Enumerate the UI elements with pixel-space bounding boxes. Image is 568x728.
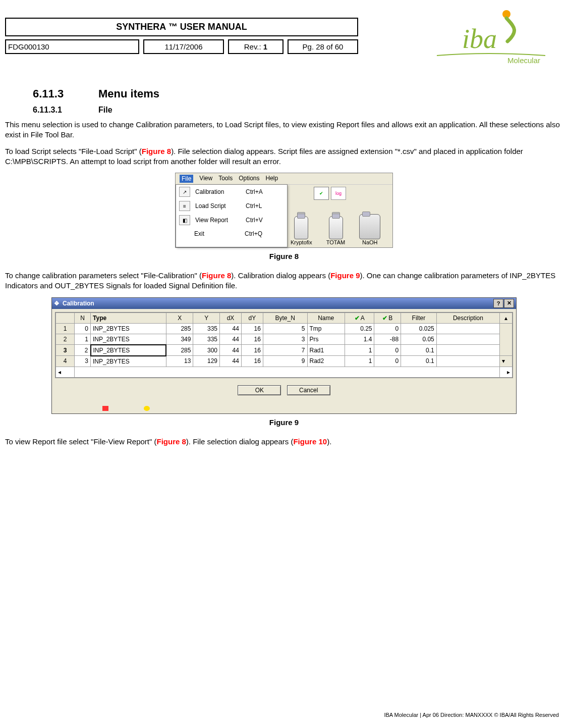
- table-row[interactable]: 32INP_2BYTES28530044167Rad1100.1: [56, 345, 513, 356]
- doc-title: SYNTHERA ™ USER MANUAL: [5, 18, 358, 36]
- close-button[interactable]: ✕: [504, 299, 514, 308]
- table-row[interactable]: 43INP_2BYTES1312944169Rad2100.1▾: [56, 356, 513, 367]
- calibration-icon: ↗: [179, 187, 190, 197]
- vial-naoh: NaOH: [359, 214, 380, 245]
- figure-8-caption: Figure 8: [5, 252, 563, 261]
- dialog-titlebar: ❖Calibration ? ✕: [52, 298, 516, 309]
- cancel-button[interactable]: Cancel: [287, 385, 330, 395]
- doc-id: FDG000130: [5, 39, 139, 54]
- paragraph-calibration: To change calibration parameters select …: [5, 271, 563, 291]
- doc-date: 11/17/2006: [143, 39, 224, 54]
- help-button[interactable]: ?: [493, 299, 503, 308]
- paragraph-load-script: To load Script selects "File-Load Script…: [5, 146, 563, 167]
- paragraph-view-report: To view Report file select "File-View Re…: [5, 437, 563, 447]
- figure-ref-9: Figure 9: [330, 271, 360, 280]
- scroll-up-icon[interactable]: ▴: [500, 313, 513, 323]
- subsection-heading: 6.11.3.1File: [33, 106, 563, 115]
- dialog-icon: ❖: [54, 300, 60, 307]
- menu-tools[interactable]: Tools: [218, 175, 233, 183]
- doc-page: Pg. 28 of 60: [288, 39, 358, 54]
- load-script-icon: ≡: [179, 201, 190, 211]
- logo: iba Molecular: [358, 5, 563, 67]
- table-row[interactable]: 10INP_2BYTES28533544165Tmp0.2500.025: [56, 323, 513, 334]
- toolbar-icons: ✔ log: [291, 187, 389, 200]
- menu-view[interactable]: View: [199, 175, 212, 183]
- ok-button[interactable]: OK: [238, 385, 281, 395]
- document-header: SYNTHERA ™ USER MANUAL FDG000130 11/17/2…: [5, 5, 563, 67]
- menu-item-load-script[interactable]: ≡ Load Script Ctrl+L: [176, 199, 287, 213]
- table-header-row: N Type X Y dX dY Byte_N Name ✔A ✔B Filte…: [56, 313, 513, 323]
- scroll-down-icon[interactable]: ▾: [500, 356, 513, 367]
- horizontal-scrollbar[interactable]: ◂▸: [56, 367, 513, 377]
- menu-options[interactable]: Options: [239, 175, 259, 183]
- menu-item-exit[interactable]: Exit Ctrl+Q: [176, 227, 287, 240]
- menu-item-calibration[interactable]: ↗ Calibration Ctrl+A: [176, 185, 287, 199]
- dialog-title: Calibration: [63, 300, 94, 307]
- view-report-icon: ◧: [179, 215, 190, 225]
- menu-item-view-report[interactable]: ◧ View Report Ctrl+V: [176, 213, 287, 227]
- figure-9-caption: Figure 9: [5, 418, 563, 427]
- calibration-table[interactable]: N Type X Y dX dY Byte_N Name ✔A ✔B Filte…: [55, 313, 513, 378]
- figure-9: ❖Calibration ? ✕ N Type X Y dX dY Byte_N…: [51, 297, 517, 414]
- figure-ref-8c: Figure 8: [156, 437, 186, 446]
- menu-bar: File View Tools Options Help: [176, 173, 392, 185]
- toolbar-check-icon[interactable]: ✔: [314, 187, 329, 200]
- vial-kryptofix: Kryptofix: [291, 212, 312, 245]
- figure-ref-8: Figure 8: [142, 147, 171, 155]
- exit-icon: [179, 229, 189, 238]
- svg-text:iba: iba: [462, 24, 497, 54]
- page-footer: IBA Molecular | Apr 06 Direction: MANXXX…: [384, 712, 559, 718]
- fragment-bar: [52, 403, 516, 413]
- section-heading: 6.11.3Menu items: [33, 87, 563, 100]
- scroll-right-icon[interactable]: ▸: [500, 367, 513, 377]
- svg-text:Molecular: Molecular: [507, 56, 540, 65]
- toolbar-log-icon[interactable]: log: [331, 187, 346, 200]
- doc-rev: Rev.: 1: [228, 39, 283, 54]
- check-icon: ✔: [355, 315, 360, 322]
- table-row[interactable]: 21INP_2BYTES34933544163Prs1.4-880.05: [56, 334, 513, 345]
- figure-ref-10: Figure 10: [293, 437, 327, 446]
- figure-8: File View Tools Options Help ↗ Calibrati…: [175, 173, 393, 248]
- scroll-left-icon[interactable]: ◂: [56, 367, 75, 377]
- check-icon: ✔: [382, 315, 387, 322]
- paragraph-intro: This menu selection is used to change Ca…: [5, 120, 563, 140]
- menu-file[interactable]: File: [180, 175, 193, 183]
- file-dropdown: ↗ Calibration Ctrl+A ≡ Load Script Ctrl+…: [176, 184, 288, 247]
- vial-totam: TOTAM: [326, 212, 345, 245]
- figure-ref-8b: Figure 8: [202, 271, 231, 280]
- menu-help[interactable]: Help: [266, 175, 278, 183]
